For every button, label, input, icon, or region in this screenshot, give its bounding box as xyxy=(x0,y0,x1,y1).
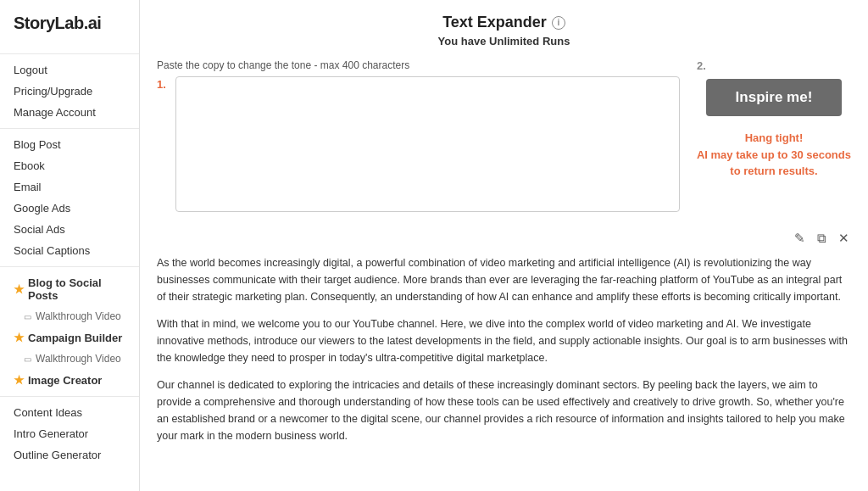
output-section: ✎ ⧉ ✕ As the world becomes increasingly … xyxy=(157,229,851,455)
video-icon-blog: ▭ xyxy=(24,312,31,321)
inspire-button[interactable]: Inspire me! xyxy=(706,79,842,116)
unlimited-runs-label: You have Unlimited Runs xyxy=(157,35,851,47)
input-label: Paste the copy to change the tone - max … xyxy=(157,59,680,71)
image-creator-link[interactable]: ★ Image Creator xyxy=(0,369,139,391)
intro-generator-link[interactable]: Intro Generator xyxy=(0,423,139,444)
outline-generator-link[interactable]: Outline Generator xyxy=(0,444,139,466)
content-ideas-link[interactable]: Content Ideas xyxy=(0,402,139,423)
output-paragraph-3: Our channel is dedicated to exploring th… xyxy=(157,377,851,444)
output-paragraph-2: With that in mind, we welcome you to our… xyxy=(157,315,851,366)
output-controls: ✎ ⧉ ✕ xyxy=(157,229,851,248)
input-section: Paste the copy to change the tone - max … xyxy=(157,59,680,212)
input-wrapper: 1. xyxy=(157,76,680,212)
action-section: 2. Inspire me! Hang tight! AI may take u… xyxy=(697,59,851,212)
main-content: Text Expander i You have Unlimited Runs … xyxy=(140,0,868,491)
info-icon[interactable]: i xyxy=(552,16,565,30)
manage-account-link[interactable]: Manage Account xyxy=(0,102,139,123)
star-icon-blog: ★ xyxy=(14,282,25,296)
page-title: Text Expander xyxy=(442,14,547,31)
output-paragraph-1: As the world becomes increasingly digita… xyxy=(157,254,851,305)
text-expander-input[interactable] xyxy=(175,76,680,212)
tool-area: Paste the copy to change the tone - max … xyxy=(157,59,851,212)
campaign-builder-link[interactable]: ★ Campaign Builder xyxy=(0,326,139,349)
copy-output-button[interactable]: ⧉ xyxy=(815,229,828,248)
email-link[interactable]: Email xyxy=(0,176,139,198)
edit-output-button[interactable]: ✎ xyxy=(793,229,807,248)
star-icon-image: ★ xyxy=(14,373,25,387)
social-ads-link[interactable]: Social Ads xyxy=(0,219,139,240)
close-output-button[interactable]: ✕ xyxy=(837,229,851,248)
logout-link[interactable]: Logout xyxy=(0,59,139,81)
video-icon-campaign: ▭ xyxy=(24,354,31,364)
blog-post-link[interactable]: Blog Post xyxy=(0,134,139,155)
blog-to-social-link[interactable]: ★ Blog to Social Posts xyxy=(0,272,139,306)
ebook-link[interactable]: Ebook xyxy=(0,155,139,176)
hang-tight-message: Hang tight! AI may take up to 30 seconds… xyxy=(697,130,851,180)
google-ads-link[interactable]: Google Ads xyxy=(0,198,139,219)
app-logo: StoryLab.ai xyxy=(0,14,139,48)
blog-to-social-walkthrough[interactable]: ▭ Walkthrough Video xyxy=(0,306,139,326)
step1-label: 1. xyxy=(157,78,169,91)
page-title-row: Text Expander i xyxy=(157,14,851,31)
social-captions-link[interactable]: Social Captions xyxy=(0,240,139,261)
step2-label: 2. xyxy=(697,59,706,72)
pricing-link[interactable]: Pricing/Upgrade xyxy=(0,81,139,102)
star-icon-campaign: ★ xyxy=(14,331,25,344)
sidebar: StoryLab.ai Logout Pricing/Upgrade Manag… xyxy=(0,0,140,491)
campaign-builder-walkthrough[interactable]: ▭ Walkthrough Video xyxy=(0,349,139,369)
